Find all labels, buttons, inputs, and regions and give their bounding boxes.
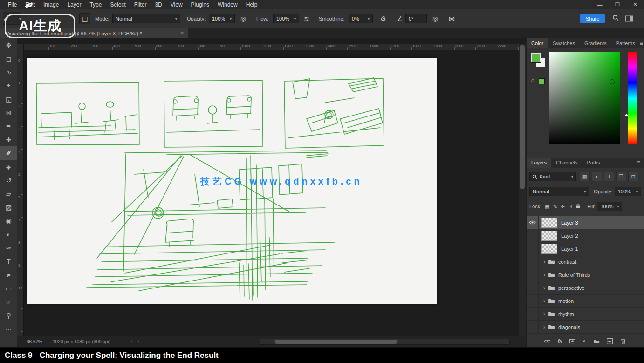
type-tool[interactable]: T: [0, 254, 17, 268]
gamut-color-swatch[interactable]: [539, 78, 545, 84]
layer-row-contrast[interactable]: ›contrast: [527, 255, 644, 268]
tab-color[interactable]: Color: [527, 38, 548, 48]
pressure-opacity-icon[interactable]: ◎: [240, 15, 246, 22]
horizontal-scrollbar[interactable]: [260, 339, 510, 345]
lasso-tool[interactable]: ∿: [0, 65, 17, 79]
object-selection-tool[interactable]: ⌖: [0, 79, 17, 92]
frame-tool[interactable]: ⊠: [0, 106, 17, 119]
layer-row-perspective[interactable]: ›perspective: [527, 281, 644, 295]
group-expand-icon[interactable]: ›: [541, 272, 548, 278]
layer-thumbnail[interactable]: [541, 244, 557, 254]
layer-filter-kind-dropdown[interactable]: Kind ▾: [529, 172, 576, 181]
foreground-color-swatch[interactable]: [531, 53, 541, 62]
menu-item-filter[interactable]: Filter: [130, 0, 151, 9]
document-canvas[interactable]: 技艺CG www.qdnxxfb.cn: [27, 58, 437, 304]
brush-angle-input[interactable]: 0°: [405, 14, 427, 23]
dodge-tool[interactable]: ◐: [0, 227, 17, 241]
menu-item-window[interactable]: Window: [213, 0, 242, 9]
path-selection-tool[interactable]: ➤: [0, 268, 17, 281]
filter-smart-objects-icon[interactable]: ⊡: [628, 172, 638, 181]
minimize-button[interactable]: —: [591, 0, 609, 9]
link-layers-icon[interactable]: [544, 338, 550, 344]
smoothing-gear-icon[interactable]: ⚙: [380, 15, 386, 22]
visibility-toggle[interactable]: [527, 281, 539, 294]
filter-adjustment-layers-icon[interactable]: ◐: [592, 172, 602, 181]
menu-item-select[interactable]: Select: [106, 0, 130, 9]
brush-tool[interactable]: ✐: [0, 146, 17, 160]
lock-position-icon[interactable]: ✛: [561, 204, 565, 210]
clone-stamp-tool[interactable]: ◈: [0, 160, 17, 173]
layer-fill-dropdown[interactable]: 100% ▾: [597, 202, 622, 211]
menu-item-view[interactable]: View: [166, 0, 187, 9]
saturation-brightness-picker[interactable]: [549, 52, 620, 144]
adjustment-layer-icon[interactable]: ◐: [583, 338, 586, 344]
zoom-tool[interactable]: ⚲: [0, 308, 17, 322]
layer-row-layer-2[interactable]: Layer 2: [527, 229, 644, 242]
vertical-scrollbar[interactable]: [519, 44, 526, 336]
search-icon[interactable]: [612, 14, 619, 23]
color-picker-cursor[interactable]: [610, 79, 615, 84]
tab-channels[interactable]: Channels: [551, 158, 582, 168]
move-tool[interactable]: ✥: [0, 38, 17, 52]
flow-dropdown[interactable]: 100% ▾: [273, 14, 299, 23]
lock-transparency-icon[interactable]: ▦: [545, 204, 549, 210]
group-expand-icon[interactable]: ›: [541, 285, 548, 291]
eyedropper-tool[interactable]: ✒: [0, 119, 17, 133]
smoothing-dropdown[interactable]: 0% ▾: [349, 14, 373, 23]
status-arrows-icon[interactable]: ‹ ›: [131, 339, 141, 344]
close-button[interactable]: ✕: [626, 0, 644, 9]
marquee-tool[interactable]: ◻: [0, 52, 17, 65]
edit-toolbar[interactable]: ⋯: [0, 322, 17, 336]
pen-tool[interactable]: ✑: [0, 241, 17, 254]
layer-mask-icon[interactable]: [569, 338, 575, 344]
layer-effects-icon[interactable]: fx: [557, 338, 562, 344]
layer-row-layer-1[interactable]: Layer 1: [527, 242, 644, 255]
blur-tool[interactable]: ◉: [0, 214, 17, 227]
pressure-size-icon[interactable]: ◎: [432, 15, 438, 22]
visibility-toggle[interactable]: [527, 242, 539, 255]
shape-tool[interactable]: ▭: [0, 281, 17, 295]
menu-item-plugins[interactable]: Plugins: [187, 0, 213, 9]
panel-menu-icon[interactable]: ≡: [640, 40, 644, 47]
hue-slider[interactable]: [628, 52, 637, 144]
visibility-toggle[interactable]: [527, 295, 539, 307]
healing-brush-tool[interactable]: ✚: [0, 133, 17, 146]
layer-row-rhythm[interactable]: ›rhythm: [527, 308, 644, 321]
horizontal-scrollbar-thumb[interactable]: [275, 340, 397, 344]
layer-opacity-dropdown[interactable]: 100% ▾: [615, 187, 641, 196]
layer-row-motion[interactable]: ›motion: [527, 295, 644, 308]
visibility-toggle[interactable]: [527, 229, 539, 242]
layer-row-rule-of-thirds[interactable]: ›Rule of Thirds: [527, 268, 644, 281]
zoom-level[interactable]: 66.67%: [27, 339, 42, 344]
history-brush-tool[interactable]: ↺: [0, 173, 17, 187]
tab-layers[interactable]: Layers: [527, 158, 551, 168]
filter-pixel-layers-icon[interactable]: ▦: [580, 172, 590, 181]
crop-tool[interactable]: ◱: [0, 92, 17, 106]
share-button[interactable]: Share: [580, 14, 605, 23]
lock-artboard-icon[interactable]: ⊡: [568, 204, 572, 210]
menu-item-3d[interactable]: 3D: [151, 0, 166, 9]
filter-shape-layers-icon[interactable]: ❒: [616, 172, 626, 181]
visibility-toggle[interactable]: [527, 255, 539, 268]
lock-image-icon[interactable]: ✎: [553, 204, 557, 210]
filter-type-layers-icon[interactable]: T: [604, 172, 614, 181]
menu-item-type[interactable]: Type: [85, 0, 106, 9]
menu-item-image[interactable]: Image: [39, 0, 63, 9]
group-expand-icon[interactable]: ›: [541, 298, 548, 304]
tab-swatches[interactable]: Swatches: [548, 38, 580, 48]
hue-slider-cursor[interactable]: [625, 114, 628, 117]
menu-item-layer[interactable]: Layer: [63, 0, 85, 9]
delete-layer-icon[interactable]: [620, 338, 626, 344]
brush-settings-toggle-icon[interactable]: ▤: [79, 13, 90, 24]
group-expand-icon[interactable]: ›: [541, 311, 548, 317]
menu-item-file[interactable]: File: [4, 0, 21, 9]
tab-patterns[interactable]: Patterns: [611, 38, 640, 48]
ruler-origin-corner[interactable]: [17, 44, 24, 50]
blend-mode-dropdown[interactable]: Normal ▾: [112, 14, 180, 23]
layer-blend-mode-dropdown[interactable]: Normal ▾: [529, 187, 589, 196]
layer-thumbnail[interactable]: [541, 231, 557, 241]
visibility-toggle[interactable]: [527, 268, 539, 281]
vertical-scrollbar-thumb[interactable]: [520, 45, 525, 189]
panel-menu-icon[interactable]: ≡: [637, 159, 644, 166]
airbrush-icon[interactable]: ≋: [304, 15, 309, 22]
